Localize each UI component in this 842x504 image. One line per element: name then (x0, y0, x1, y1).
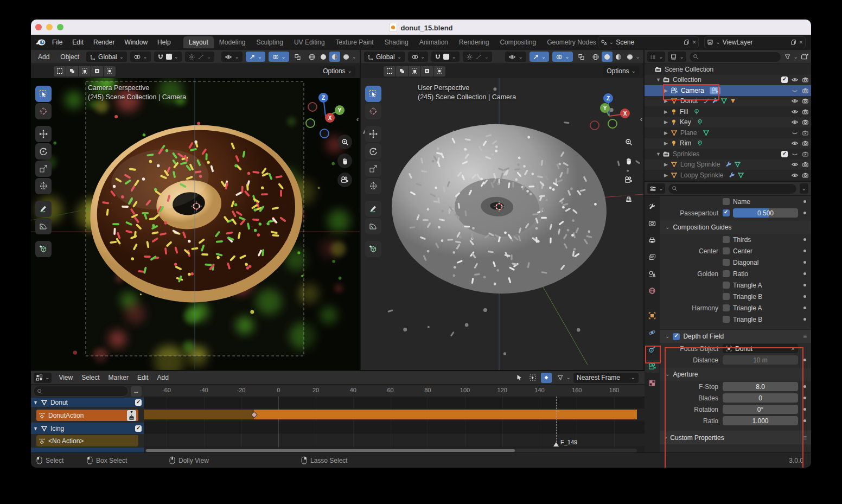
hide-viewport-icon[interactable] (791, 140, 799, 146)
panel-checkbox[interactable] (673, 333, 680, 340)
outliner-row-collection[interactable]: ▼Collection (645, 75, 811, 86)
gizmo-axis-X[interactable]: X (620, 109, 630, 118)
view-hand-button[interactable] (337, 154, 352, 168)
snap-frame-dropdown[interactable]: Nearest Frame⌄ (573, 373, 639, 383)
checkbox-triangle-b[interactable] (723, 316, 730, 323)
checkbox-triangle-b[interactable] (723, 293, 730, 300)
tool-cursor-button[interactable] (365, 103, 381, 119)
select-mode-subtract-button[interactable] (79, 66, 91, 76)
hide-viewport-icon[interactable] (791, 151, 799, 157)
tool-select-box-button[interactable] (365, 86, 381, 102)
dopesheet-filter-icon[interactable] (557, 374, 564, 381)
outliner-row-loopy-sprinkle[interactable]: ▶Loopy Sprinkle (645, 170, 811, 180)
view-hand-button[interactable] (621, 154, 636, 168)
animate-property-dot[interactable] (798, 419, 811, 422)
tool-add-cube-button[interactable] (35, 241, 52, 257)
select-mode-subtract-button[interactable] (409, 66, 420, 76)
pivot-point-dropdown[interactable]: ⌄ (408, 52, 428, 62)
workspace-tab-animation[interactable]: Animation (414, 36, 454, 48)
properties-tab-scene[interactable] (645, 267, 659, 280)
only-selected-channels-icon[interactable] (527, 373, 538, 383)
gizmo-axis-ball[interactable] (590, 120, 599, 130)
menu-render[interactable]: Render (88, 37, 119, 48)
checkbox-center[interactable] (723, 247, 730, 254)
gizmo-axis-ball[interactable] (308, 102, 317, 112)
tool-select-box-button[interactable] (35, 86, 52, 102)
select-mode-extend-button[interactable] (66, 66, 78, 76)
overlays-toggle[interactable]: ⌄ (269, 52, 289, 62)
checkbox-passepartout[interactable] (723, 209, 730, 216)
properties-search-input[interactable] (668, 183, 796, 194)
channel-no-action[interactable]: <No Action> (36, 435, 138, 446)
dopesheet-menu-edit[interactable]: Edit (133, 373, 153, 382)
dopesheet-menu-add[interactable]: Add (153, 373, 173, 382)
blender-logo-icon[interactable] (35, 38, 46, 47)
disable-render-icon[interactable] (802, 140, 809, 146)
gizmo-axis-Y[interactable]: Y (335, 105, 345, 115)
menu-file[interactable]: File (47, 37, 67, 48)
gizmo-axis-Y[interactable]: Y (600, 103, 610, 113)
hide-viewport-icon[interactable] (791, 109, 799, 115)
animate-property-dot[interactable] (798, 272, 811, 275)
disable-render-icon[interactable] (802, 172, 809, 178)
options-dropdown[interactable]: Options⌄ (603, 66, 639, 76)
outliner-row-donut[interactable]: ▶Donut (645, 96, 811, 107)
drag-handle-icon[interactable]: ≡ (803, 333, 807, 340)
timeline-scrollbar[interactable] (145, 449, 637, 452)
gizmo-axis-ball[interactable] (608, 119, 617, 129)
tool-add-cube-button[interactable] (365, 241, 381, 257)
hide-viewport-icon[interactable] (791, 76, 799, 83)
field-distance[interactable]: 10 m (723, 355, 798, 365)
subpanel-aperture[interactable]: ⌄Aperture (660, 368, 811, 381)
animate-property-dot[interactable] (798, 397, 811, 399)
menu-edit[interactable]: Edit (67, 37, 88, 48)
subpanel-composition-guides[interactable]: ⌄Composition Guides (660, 221, 811, 234)
marker-triangle-icon[interactable] (553, 442, 559, 446)
animate-property-dot[interactable] (798, 408, 811, 411)
tool-annotate-button[interactable] (365, 201, 381, 217)
workspace-tab-layout[interactable]: Layout (183, 36, 214, 48)
copy-viewlayer-icon[interactable] (790, 39, 797, 46)
tool-scale-button[interactable] (35, 161, 52, 177)
channel-donut[interactable]: ▼Donut (31, 398, 144, 407)
outliner-row-scene-collection[interactable]: Scene Collection (645, 64, 811, 75)
workspace-tab-modeling[interactable]: Modeling (214, 36, 251, 48)
panel-depth-of-field[interactable]: ⌄Depth of Field≡ (660, 329, 811, 343)
viewlayer-selector[interactable]: ⌄ ViewLayer × (704, 36, 806, 48)
workspace-tab-sculpting[interactable]: Sculpting (251, 36, 289, 48)
tool-rotate-button[interactable] (35, 143, 52, 160)
chevron-down-icon[interactable]: ⌄ (352, 54, 356, 60)
tool-rotate-button[interactable] (365, 143, 381, 160)
hide-viewport-icon[interactable] (791, 161, 799, 168)
shading-wireframe-button[interactable] (307, 52, 317, 62)
expander-icon[interactable]: ▶ (664, 98, 671, 104)
slider-passepartout[interactable]: 0.500 (733, 208, 798, 218)
view-camera-button[interactable] (621, 173, 636, 187)
hide-viewport-icon[interactable] (791, 130, 799, 136)
disable-render-icon[interactable] (802, 76, 809, 83)
disable-render-icon[interactable] (802, 151, 809, 157)
select-mode-invert-button[interactable] (91, 66, 103, 76)
chevron-down-icon[interactable]: ⌄ (636, 54, 640, 60)
expander-icon[interactable]: ▼ (33, 426, 38, 431)
animate-property-dot[interactable] (798, 212, 811, 214)
shading-material-button[interactable] (613, 52, 624, 62)
gizmo-axis-ball[interactable] (305, 118, 315, 128)
tool-move-button[interactable] (35, 126, 52, 142)
timeline-ruler[interactable]: -60-40-20020406080100120140160180 (144, 385, 645, 397)
checkbox-triangle-a[interactable] (723, 282, 730, 289)
expander-icon[interactable]: ▶ (664, 88, 671, 93)
disable-render-icon[interactable] (802, 130, 809, 136)
select-mode-intersect-button[interactable] (433, 66, 445, 76)
object-field-focus-object[interactable]: Donut× (723, 344, 798, 353)
workspace-tab-shading[interactable]: Shading (379, 36, 414, 48)
shading-solid-button[interactable] (602, 52, 613, 62)
dopesheet-timeline[interactable]: -60-40-20020406080100120140160180F_149 (144, 385, 645, 454)
tool-measure-button[interactable] (35, 218, 52, 234)
outliner-row-sprinkles[interactable]: ▼Sprinkles (645, 149, 811, 160)
action-strip[interactable] (254, 410, 637, 419)
expand-channels-icon[interactable]: ↔ (131, 386, 142, 397)
collection-checkbox[interactable] (781, 76, 788, 83)
channel-checkbox[interactable] (135, 399, 142, 406)
workspace-tab-texture-paint[interactable]: Texture Paint (330, 36, 379, 48)
